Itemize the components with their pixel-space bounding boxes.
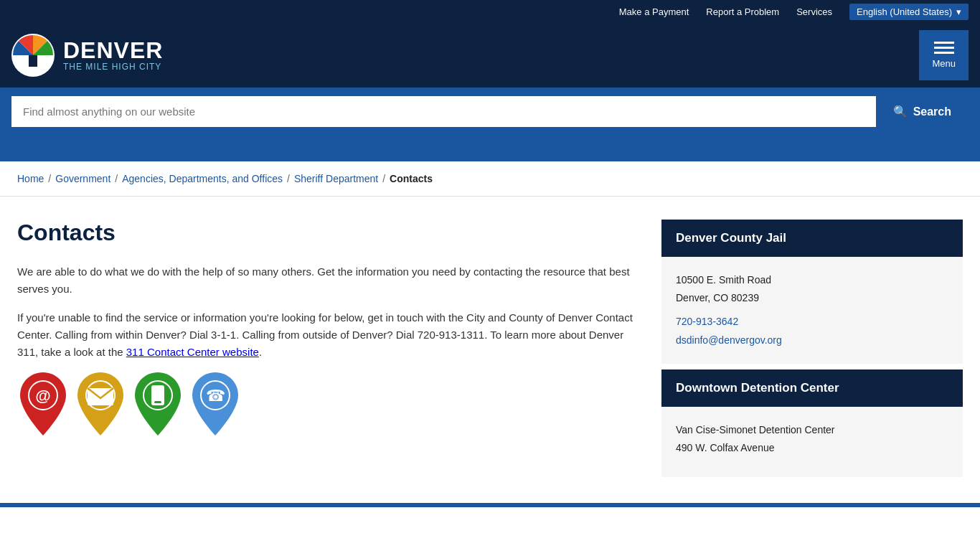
search-icon: 🔍 (893, 105, 908, 118)
content-right: Denver County Jail 10500 E. Smith Road D… (661, 220, 963, 480)
hamburger-icon (934, 52, 954, 54)
svg-rect-1 (29, 54, 37, 67)
main-content: Contacts We are able to do what we do wi… (0, 197, 980, 503)
utility-bar: Make a Payment Report a Problem Services… (0, 0, 980, 23)
site-logo[interactable]: DENVER THE MILE HIGH CITY (11, 34, 163, 77)
svg-rect-9 (154, 401, 161, 403)
denver-county-jail-card: Denver County Jail 10500 E. Smith Road D… (661, 220, 963, 364)
breadcrumb-sep: / (382, 173, 385, 184)
svg-text:@: @ (35, 387, 50, 405)
mail-icon (75, 372, 126, 435)
report-problem-link[interactable]: Report a Problem (706, 6, 779, 17)
blue-band (0, 136, 980, 161)
mobile-icon (132, 372, 184, 435)
intro-paragraph-1: We are able to do what we do with the he… (17, 263, 633, 298)
search-section: 🔍 Search (0, 88, 980, 136)
make-payment-link[interactable]: Make a Payment (619, 6, 689, 17)
breadcrumb: Home / Government / Agencies, Department… (0, 161, 980, 197)
search-button[interactable]: 🔍 Search (876, 96, 969, 127)
breadcrumb-current: Contacts (390, 173, 433, 184)
logo-icon (11, 34, 55, 77)
mobile-contact[interactable] (132, 372, 184, 435)
hamburger-icon (934, 47, 954, 49)
breadcrumb-agencies[interactable]: Agencies, Departments, and Offices (122, 173, 283, 184)
denver-county-jail-body: 10500 E. Smith Road Denver, CO 80239 720… (661, 257, 963, 364)
logo-text: DENVER THE MILE HIGH CITY (63, 39, 163, 72)
page-title: Contacts (17, 220, 633, 246)
denver-county-jail-header: Denver County Jail (661, 220, 963, 257)
downtown-detention-body: Van Cise-Simonet Detention Center 490 W.… (661, 407, 963, 477)
services-link[interactable]: Services (796, 6, 832, 17)
hamburger-icon (934, 42, 954, 44)
content-left: Contacts We are able to do what we do wi… (17, 220, 661, 435)
phone-contact[interactable]: ☎ (189, 372, 241, 435)
breadcrumb-sep: / (115, 173, 118, 184)
search-input[interactable] (11, 96, 876, 127)
denver-county-jail-phone[interactable]: 720-913-3642 (676, 316, 738, 327)
breadcrumb-sep: / (287, 173, 290, 184)
breadcrumb-sep: / (48, 173, 51, 184)
breadcrumb-government[interactable]: Government (55, 173, 110, 184)
chevron-down-icon: ▾ (956, 6, 961, 17)
downtown-detention-card: Downtown Detention Center Van Cise-Simon… (661, 369, 963, 477)
contact-icons: @ (17, 372, 633, 435)
mail-contact[interactable] (75, 372, 126, 435)
site-header: DENVER THE MILE HIGH CITY Menu (0, 23, 980, 88)
menu-button[interactable]: Menu (919, 30, 969, 80)
bottom-blue-bar (0, 503, 980, 507)
email-at-contact[interactable]: @ (17, 372, 69, 435)
email-at-icon: @ (17, 372, 69, 435)
downtown-detention-address: Van Cise-Simonet Detention Center 490 W.… (676, 421, 948, 457)
svg-text:☎: ☎ (206, 387, 225, 405)
breadcrumb-sheriff[interactable]: Sheriff Department (294, 173, 378, 184)
language-selector[interactable]: English (United States) ▾ (849, 4, 969, 20)
link-311[interactable]: 311 Contact Center website (126, 346, 259, 358)
breadcrumb-home[interactable]: Home (17, 173, 44, 184)
denver-county-jail-address: 10500 E. Smith Road Denver, CO 80239 (676, 271, 948, 307)
denver-county-jail-email[interactable]: dsdinfo@denvergov.org (676, 334, 782, 346)
intro-paragraph-2: If you're unable to find the service or … (17, 309, 633, 361)
phone-icon: ☎ (189, 372, 241, 435)
downtown-detention-header: Downtown Detention Center (661, 369, 963, 407)
